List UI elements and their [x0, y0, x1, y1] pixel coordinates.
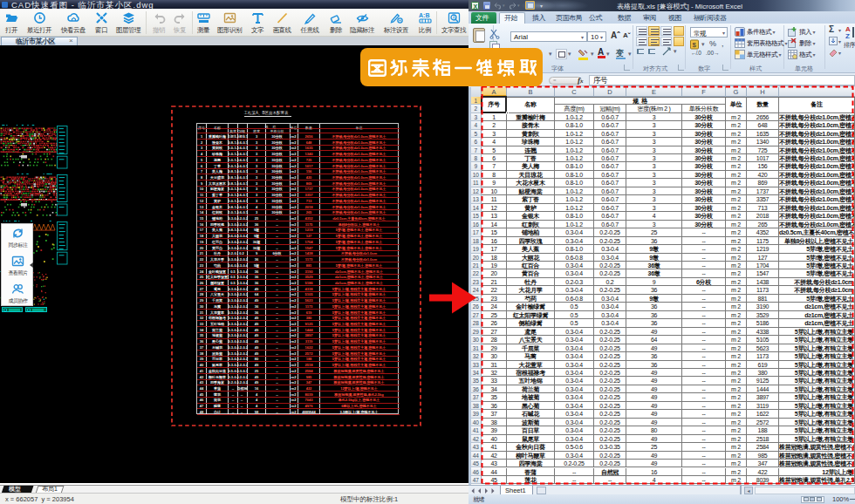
svg-text:变: 变 — [615, 48, 624, 58]
svg-text:$: $ — [693, 41, 697, 49]
svg-text:A:B: A:B — [419, 12, 429, 18]
